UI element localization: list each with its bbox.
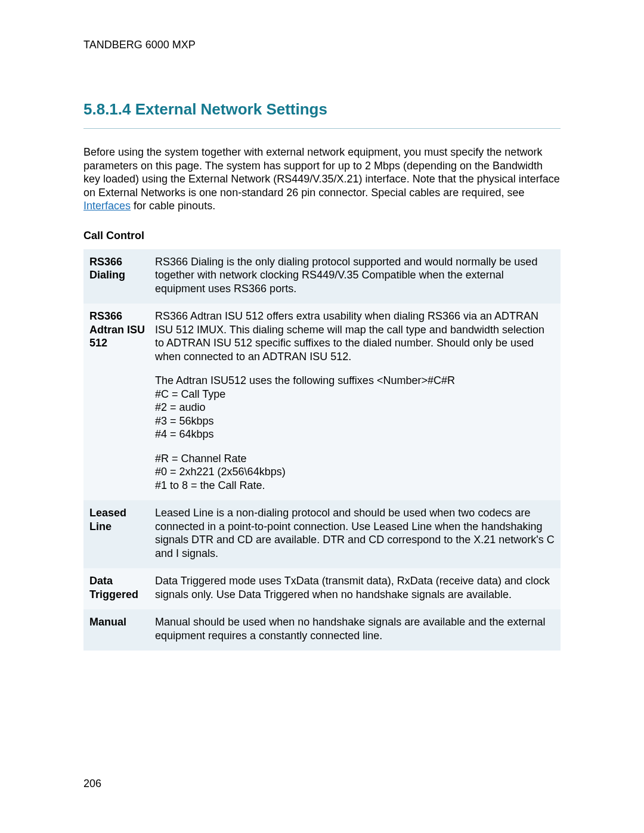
intro-text-before-link: Before using the system together with ex… [83,146,560,199]
description-paragraph: Leased Line is a non-dialing protocol an… [155,506,555,560]
call-control-table: RS366 DialingRS366 Dialing is the only d… [83,249,561,651]
section-title: 5.8.1.4 External Network Settings [83,100,561,119]
term-cell: Leased Line [83,500,149,568]
section-divider [83,128,561,129]
description-cell: Manual should be used when no handshake … [149,609,561,651]
intro-text-after-link: for cable pinouts. [131,200,215,212]
table-row: Data TriggeredData Triggered mode uses T… [83,568,561,609]
term-cell: Data Triggered [83,568,149,609]
table-row: RS366 DialingRS366 Dialing is the only d… [83,249,561,304]
term-cell: RS366 Adtran ISU 512 [83,304,149,500]
table-row: Leased LineLeased Line is a non-dialing … [83,500,561,568]
description-cell: Leased Line is a non-dialing protocol an… [149,500,561,568]
table-row: RS366 Adtran ISU 512RS366 Adtran ISU 512… [83,304,561,500]
subsection-title: Call Control [83,230,561,242]
call-control-tbody: RS366 DialingRS366 Dialing is the only d… [83,249,561,651]
description-paragraph: RS366 Dialing is the only dialing protoc… [155,255,555,296]
section-heading-text: External Network Settings [135,100,327,118]
description-cell: RS366 Dialing is the only dialing protoc… [149,249,561,304]
section-number: 5.8.1.4 [83,100,131,118]
term-cell: Manual [83,609,149,651]
description-paragraph: Manual should be used when no handshake … [155,615,555,642]
description-paragraph: Data Triggered mode uses TxData (transmi… [155,574,555,601]
description-cell: RS366 Adtran ISU 512 offers extra usabil… [149,304,561,500]
page-number: 206 [83,778,101,790]
table-row: ManualManual should be used when no hand… [83,609,561,651]
intro-paragraph: Before using the system together with ex… [83,145,561,213]
document-header: TANDBERG 6000 MXP [83,39,561,51]
description-paragraph: #R = Channel Rate#0 = 2xh221 (2x56\64kbp… [155,452,555,493]
description-paragraph: The Adtran ISU512 uses the following suf… [155,374,555,441]
description-cell: Data Triggered mode uses TxData (transmi… [149,568,561,609]
term-cell: RS366 Dialing [83,249,149,304]
page-content: TANDBERG 6000 MXP 5.8.1.4 External Netwo… [0,0,644,651]
interfaces-link[interactable]: Interfaces [83,200,131,212]
description-paragraph: RS366 Adtran ISU 512 offers extra usabil… [155,309,555,363]
